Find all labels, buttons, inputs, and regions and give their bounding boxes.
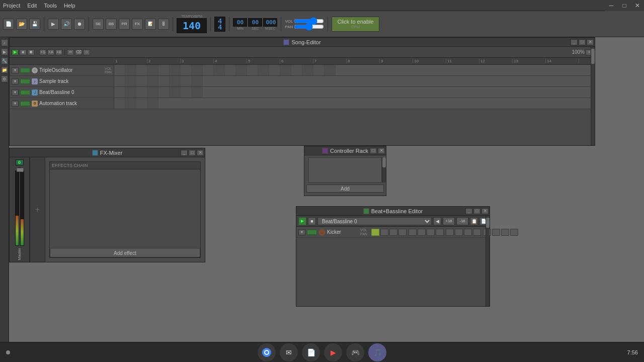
fx-mixer-close[interactable]: ✕ bbox=[197, 150, 204, 156]
sidebar-icon-3[interactable]: 🔧 bbox=[1, 57, 8, 64]
track-mute-2[interactable] bbox=[20, 79, 30, 84]
fader-knob[interactable] bbox=[17, 168, 24, 172]
time-signature[interactable]: 4 4 bbox=[214, 17, 225, 32]
fx-mixer-maximize[interactable]: □ bbox=[189, 150, 196, 156]
track-mute-4[interactable] bbox=[20, 101, 30, 106]
save-button[interactable]: 💾 bbox=[29, 19, 40, 30]
controller-scrollbar-thumb[interactable] bbox=[382, 157, 386, 167]
taskbar-chrome[interactable] bbox=[258, 343, 276, 361]
play-button[interactable]: ▶ bbox=[12, 49, 19, 55]
kicker-settings[interactable]: ▼ bbox=[298, 229, 305, 235]
beat-pad-7[interactable] bbox=[427, 229, 435, 236]
tempo-display[interactable]: 140 bbox=[177, 18, 207, 33]
sidebar-icon-1[interactable]: ♪ bbox=[1, 39, 8, 46]
project-notes-btn[interactable]: 📝 bbox=[145, 19, 156, 30]
menu-edit[interactable]: Edit bbox=[27, 3, 37, 9]
track-settings-3[interactable]: ▼ bbox=[12, 89, 19, 96]
beat-editor-btn[interactable]: BB bbox=[106, 19, 117, 30]
add-automation[interactable]: +A bbox=[47, 49, 54, 55]
beat-scrollbar-thumb[interactable] bbox=[486, 218, 490, 228]
track-mute-1[interactable] bbox=[20, 68, 30, 73]
beat-pad-11[interactable] bbox=[464, 229, 472, 236]
song-editor-scrollbar[interactable] bbox=[591, 47, 595, 145]
beat-pad-5[interactable] bbox=[409, 229, 417, 236]
controller-add-button[interactable]: Add bbox=[306, 185, 384, 193]
song-editor-minimize[interactable]: _ bbox=[571, 39, 578, 45]
track-settings-4[interactable]: ▼ bbox=[12, 101, 19, 107]
track-settings-2[interactable]: ▼ bbox=[12, 78, 19, 84]
bb-play-button[interactable]: ▶ bbox=[298, 217, 306, 225]
track-pattern-area-1[interactable] bbox=[114, 65, 595, 75]
beat-bassline-maximize[interactable]: □ bbox=[473, 208, 480, 214]
bb-copy-button[interactable]: 📋 bbox=[470, 217, 478, 225]
record-button[interactable]: ⏺ bbox=[74, 19, 85, 30]
menu-tools[interactable]: Tools bbox=[44, 3, 57, 9]
piano-roll-btn[interactable]: PR bbox=[119, 19, 130, 30]
track-pattern-area-2[interactable] bbox=[114, 76, 595, 86]
close-button[interactable]: ✕ bbox=[631, 0, 644, 11]
controller-rack-btn[interactable]: 🎛 bbox=[158, 19, 169, 30]
sidebar-icon-2[interactable]: ▶ bbox=[1, 48, 8, 55]
add-channel-icon[interactable]: + bbox=[35, 205, 40, 214]
menu-help[interactable]: Help bbox=[64, 3, 75, 9]
taskbar-lmms[interactable]: 🎵 bbox=[368, 343, 386, 361]
fx-mixer-minimize[interactable]: _ bbox=[181, 150, 188, 156]
bb-stop-button[interactable]: ■ bbox=[308, 217, 316, 225]
beat-pad-4[interactable] bbox=[398, 229, 407, 236]
track-pattern-area-4[interactable] bbox=[114, 98, 595, 109]
new-button[interactable]: 📄 bbox=[3, 19, 14, 30]
song-editor-maximize[interactable]: □ bbox=[579, 39, 586, 45]
beat-pad-1[interactable] bbox=[371, 229, 379, 236]
beat-pad-10[interactable] bbox=[455, 229, 463, 236]
erase-mode[interactable]: ⌫ bbox=[75, 49, 82, 55]
beat-pad-9[interactable] bbox=[446, 229, 454, 236]
stop-button[interactable]: ■ bbox=[20, 49, 27, 55]
bb-remove-steps-button[interactable]: -16 bbox=[456, 217, 468, 225]
add-effect-button[interactable]: Add effect bbox=[50, 248, 200, 257]
track-pattern-area-3[interactable] bbox=[114, 87, 595, 98]
add-beat[interactable]: +B bbox=[55, 49, 62, 55]
song-editor-btn[interactable]: SE bbox=[93, 19, 104, 30]
beat-pad-12[interactable] bbox=[473, 229, 481, 236]
sidebar-icon-5[interactable]: ⚙ bbox=[1, 75, 8, 82]
export-wav-button[interactable]: 🔊 bbox=[61, 19, 72, 30]
beat-pad-15[interactable] bbox=[501, 229, 509, 236]
select-mode[interactable]: ⊹ bbox=[83, 49, 90, 55]
add-sample-track[interactable]: +S bbox=[39, 49, 46, 55]
add-channel-area[interactable]: + bbox=[30, 157, 45, 262]
beat-pad-8[interactable] bbox=[436, 229, 444, 236]
taskbar-stadia[interactable]: 🎮 bbox=[346, 343, 364, 361]
bb-prev-button[interactable]: ◀ bbox=[433, 217, 441, 225]
controller-rack-scrollbar[interactable] bbox=[382, 157, 386, 183]
bb-name-dropdown[interactable]: Beat/Bassline 0 bbox=[317, 217, 432, 225]
sidebar-icon-4[interactable]: 📁 bbox=[1, 66, 8, 73]
song-editor-close[interactable]: ✕ bbox=[587, 39, 594, 45]
beat-pad-16[interactable] bbox=[510, 229, 518, 236]
fx-mixer-btn[interactable]: FX bbox=[132, 19, 143, 30]
open-button[interactable]: 📂 bbox=[16, 19, 27, 30]
taskbar-gmail[interactable]: ✉ bbox=[280, 343, 298, 361]
taskbar-docs[interactable]: 📄 bbox=[302, 343, 320, 361]
scrollbar-thumb[interactable] bbox=[591, 49, 595, 64]
fader-track[interactable] bbox=[18, 167, 21, 168]
beat-bassline-scrollbar[interactable] bbox=[486, 216, 490, 306]
beat-bassline-close[interactable]: ✕ bbox=[481, 208, 489, 214]
kicker-mute[interactable] bbox=[307, 230, 317, 235]
controller-rack-maximize[interactable]: □ bbox=[370, 148, 377, 154]
record-button-2[interactable]: ⏺ bbox=[28, 49, 35, 55]
maximize-button[interactable]: □ bbox=[618, 0, 631, 11]
bb-add-steps-button[interactable]: +16 bbox=[443, 217, 455, 225]
track-settings-1[interactable]: ▼ bbox=[12, 67, 19, 73]
export-button[interactable]: ▶ bbox=[48, 19, 59, 30]
beat-pad-3[interactable] bbox=[389, 229, 397, 236]
beat-bassline-minimize[interactable]: _ bbox=[465, 208, 472, 214]
controller-rack-close[interactable]: ✕ bbox=[378, 148, 385, 154]
beat-pad-6[interactable] bbox=[418, 229, 426, 236]
taskbar-youtube[interactable]: ▶ bbox=[324, 343, 342, 361]
cpu-button[interactable]: Click to enable CPU bbox=[332, 17, 379, 32]
menu-project[interactable]: Project bbox=[3, 3, 20, 9]
beat-pad-14[interactable] bbox=[492, 229, 500, 236]
master-pan-slider[interactable] bbox=[294, 25, 324, 29]
beat-pad-2[interactable] bbox=[380, 229, 388, 236]
minimize-button[interactable]: ─ bbox=[605, 0, 618, 11]
